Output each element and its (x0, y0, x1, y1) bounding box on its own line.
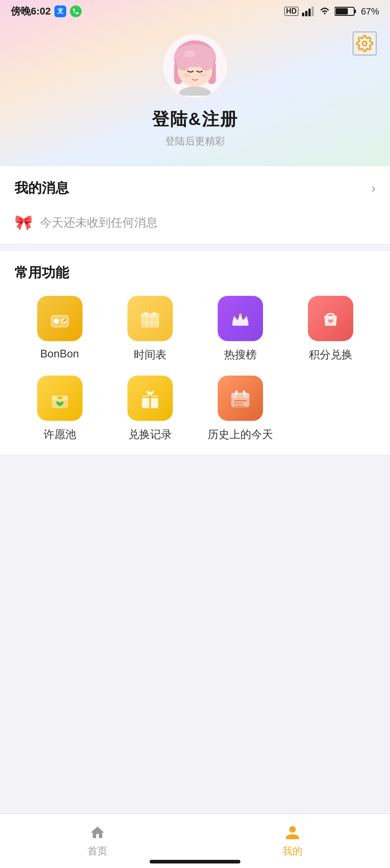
bonbon-label: BonBon (40, 347, 79, 360)
battery-text: 67% (361, 6, 379, 17)
bow-icon: 🎀 (15, 214, 33, 231)
svg-point-17 (183, 73, 190, 77)
hot-label: 热搜榜 (224, 347, 257, 362)
svg-point-12 (179, 87, 211, 96)
schedule-label: 时间表 (134, 347, 166, 362)
svg-point-37 (233, 317, 235, 319)
phone-icon (70, 5, 82, 17)
functions-section: 常用功能 BonBon (0, 251, 390, 454)
history-label: 历史上的今天 (208, 427, 273, 442)
messages-header[interactable]: 我的消息 › (0, 166, 390, 207)
function-item-redeem[interactable]: 兑换记录 (105, 376, 195, 442)
svg-point-16 (199, 53, 214, 71)
svg-rect-53 (237, 394, 244, 398)
message-row: 🎀 今天还未收到任何消息 (0, 207, 390, 244)
messages-title: 我的消息 (15, 179, 69, 198)
no-message-text: 今天还未收到任何消息 (40, 215, 158, 231)
svg-rect-51 (234, 403, 243, 404)
svg-rect-45 (142, 396, 158, 398)
wish-label: 许愿池 (44, 427, 76, 442)
avatar-section[interactable]: 登陆&注册 登陆后更精彩 (0, 21, 390, 148)
tab-my-label: 我的 (283, 844, 302, 858)
bottom-space (0, 454, 390, 545)
function-item-wish[interactable]: 许愿池 (15, 376, 105, 442)
svg-point-22 (61, 318, 66, 324)
svg-rect-0 (302, 13, 304, 16)
gear-icon (356, 35, 373, 52)
redeem-icon (127, 376, 173, 421)
function-item-hot[interactable]: 热搜榜 (195, 296, 285, 362)
person-icon (284, 825, 301, 841)
svg-point-24 (63, 319, 65, 322)
points-label: 积分兑换 (309, 347, 352, 362)
function-item-schedule[interactable]: 时间表 (105, 296, 195, 362)
home-indicator (150, 860, 240, 863)
settings-button[interactable] (353, 32, 376, 55)
messages-chevron-icon[interactable]: › (371, 181, 375, 196)
function-item-history[interactable]: 历史上的今天 (195, 376, 285, 442)
svg-rect-1 (305, 11, 307, 16)
svg-point-25 (61, 321, 63, 323)
wish-icon (37, 376, 83, 421)
svg-rect-2 (308, 9, 311, 16)
avatar[interactable] (163, 34, 227, 98)
svg-rect-41 (57, 396, 63, 399)
home-icon (89, 825, 106, 841)
function-item-points[interactable]: 积分兑换 (285, 296, 375, 362)
svg-point-36 (239, 313, 242, 316)
login-title[interactable]: 登陆&注册 (152, 108, 238, 131)
section-divider (0, 244, 390, 251)
svg-rect-52 (234, 405, 245, 407)
status-right: HD 67% (284, 6, 379, 17)
svg-rect-28 (141, 313, 159, 318)
status-bar: 傍晚6:02 支 HD 67 (0, 0, 390, 21)
tab-home-label: 首页 (88, 844, 107, 858)
svg-point-18 (200, 73, 207, 77)
battery-icon (335, 6, 357, 17)
functions-grid: BonBon (15, 296, 375, 442)
redeem-label: 兑换记录 (128, 427, 172, 442)
svg-rect-5 (354, 10, 356, 13)
avatar-image (168, 37, 222, 96)
hot-icon (218, 296, 263, 341)
svg-rect-50 (234, 400, 247, 401)
points-icon (308, 296, 353, 341)
svg-rect-3 (312, 6, 314, 16)
svg-point-19 (184, 50, 195, 58)
functions-title: 常用功能 (15, 264, 375, 282)
alipay-icon: 支 (54, 5, 66, 17)
login-subtitle: 登陆后更精彩 (165, 135, 225, 148)
bonbon-icon (37, 296, 83, 341)
schedule-icon (127, 296, 173, 341)
signal-icon (302, 6, 315, 16)
svg-rect-35 (232, 323, 249, 326)
svg-point-7 (362, 41, 367, 46)
messages-section: 我的消息 › 🎀 今天还未收到任何消息 (0, 166, 390, 244)
wifi-icon (318, 6, 331, 16)
svg-rect-6 (336, 8, 348, 14)
svg-point-38 (246, 317, 248, 319)
time-text: 傍晚6:02 (11, 5, 51, 18)
svg-point-26 (54, 319, 58, 323)
hd-badge: HD (284, 7, 298, 16)
status-time: 傍晚6:02 支 (11, 5, 82, 18)
function-item-bonbon[interactable]: BonBon (15, 296, 105, 362)
history-icon (218, 376, 263, 421)
